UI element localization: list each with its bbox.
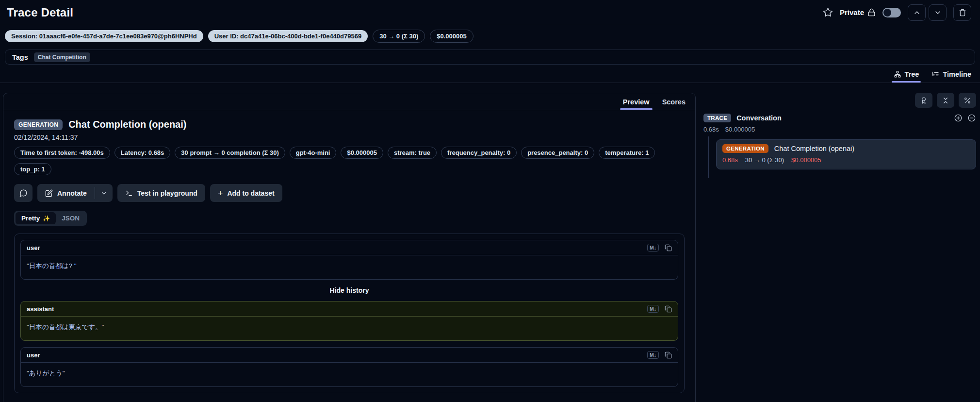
message-role: assistant bbox=[27, 305, 54, 313]
node-tokens: 30 → 0 (Σ 30) bbox=[745, 156, 784, 164]
add-to-dataset-button[interactable]: + Add to dataset bbox=[210, 184, 282, 202]
hide-history-button[interactable]: Hide history bbox=[20, 286, 678, 294]
annotate-split-button: Annotate bbox=[37, 184, 113, 202]
markdown-toggle-icon[interactable]: M↓ bbox=[647, 351, 659, 359]
format-toggle: Pretty ✨ JSON bbox=[14, 211, 87, 226]
collapse-node-icon[interactable] bbox=[967, 114, 976, 122]
toggle-scores-button[interactable] bbox=[915, 93, 932, 108]
message-assistant: assistant M↓ "日本の首都は東京です。" bbox=[20, 301, 678, 341]
trace-metrics: 0.68s $0.000005 bbox=[703, 126, 976, 133]
tags-label: Tags bbox=[12, 53, 28, 61]
edit-pencil-icon bbox=[45, 189, 53, 197]
next-trace-button[interactable] bbox=[929, 4, 947, 21]
visibility-status: Private bbox=[840, 8, 876, 17]
metric-pill: stream: true bbox=[388, 147, 437, 159]
generation-node-selected[interactable]: GENERATION Chat Completion (openai) 0.68… bbox=[716, 139, 976, 169]
metric-pills-row: Time to first token: -498.00s Latency: 0… bbox=[14, 147, 664, 175]
tab-scores[interactable]: Scores bbox=[662, 98, 686, 110]
metric-pill: 30 prompt → 0 completion (Σ 30) bbox=[175, 147, 285, 159]
lock-icon bbox=[867, 8, 876, 17]
generation-node-title: Chat Completion (openai) bbox=[774, 145, 854, 152]
toggle-knob bbox=[883, 9, 891, 17]
sparkles-icon: ✨ bbox=[43, 215, 50, 222]
timeline-list-icon bbox=[931, 70, 939, 78]
tree-indent-guide bbox=[708, 136, 709, 178]
metric-pill: top_p: 1 bbox=[14, 163, 51, 175]
trace-tree-panel: TRACE Conversation 0.68s $0.000005 GENER… bbox=[703, 93, 976, 386]
tab-json[interactable]: JSON bbox=[56, 212, 85, 224]
markdown-toggle-icon[interactable]: M↓ bbox=[647, 244, 659, 251]
observation-timestamp: 02/12/2024, 14:11:37 bbox=[14, 134, 685, 141]
metric-pill: $0.000005 bbox=[341, 147, 383, 159]
message-role: user bbox=[27, 352, 40, 359]
page-header: Trace Detail Private bbox=[0, 0, 980, 25]
annotate-dropdown-button[interactable] bbox=[95, 184, 113, 202]
delete-trace-button[interactable] bbox=[953, 4, 971, 21]
trace-type-badge: TRACE bbox=[703, 114, 731, 122]
trace-latency: 0.68s bbox=[703, 126, 719, 133]
bookmark-star-icon[interactable] bbox=[823, 7, 833, 17]
copy-icon[interactable] bbox=[665, 352, 672, 359]
terminal-icon bbox=[125, 189, 133, 197]
annotate-label: Annotate bbox=[57, 189, 87, 197]
private-label: Private bbox=[840, 8, 864, 17]
chevrons-collapse-icon bbox=[942, 97, 949, 104]
message-user-1: user M↓ "日本の首都は? " bbox=[20, 240, 678, 280]
input-messages-container: user M↓ "日本の首都は? " Hide history assistan… bbox=[14, 234, 685, 393]
annotate-button[interactable]: Annotate bbox=[37, 184, 95, 202]
metric-pill: frequency_penalty: 0 bbox=[441, 147, 517, 159]
metric-pill: presence_penalty: 0 bbox=[521, 147, 594, 159]
collapse-all-button[interactable] bbox=[937, 93, 954, 108]
cost-badge: $0.000005 bbox=[430, 30, 473, 43]
prev-trace-button[interactable] bbox=[908, 4, 926, 21]
page-title: Trace Detail bbox=[7, 6, 73, 19]
tree-children: GENERATION Chat Completion (openai) 0.68… bbox=[703, 139, 976, 169]
session-badge[interactable]: Session: 01aaacf6-e0fe-457d-a7de-7c1ee08… bbox=[5, 30, 203, 42]
tree-toolbar bbox=[703, 93, 976, 108]
tab-tree[interactable]: Tree bbox=[894, 70, 919, 83]
tab-preview[interactable]: Preview bbox=[623, 98, 650, 110]
chevron-down-icon bbox=[100, 190, 107, 197]
token-usage-badge: 30 → 0 (Σ 30) bbox=[373, 30, 425, 43]
chevron-down-icon bbox=[934, 9, 942, 17]
toggle-metrics-button[interactable] bbox=[959, 93, 976, 108]
metric-pill: gpt-4o-mini bbox=[290, 147, 337, 159]
user-id-badge[interactable]: User ID: dc47a41e-06bc-400d-bde1-f0e440d… bbox=[208, 30, 368, 42]
node-cost: $0.000005 bbox=[791, 156, 821, 164]
public-toggle[interactable] bbox=[882, 8, 901, 17]
preview-scores-tabs: Preview Scores bbox=[3, 93, 695, 110]
playground-label: Test in playground bbox=[137, 189, 197, 197]
copy-icon[interactable] bbox=[665, 305, 672, 313]
content-area: Preview Scores GENERATION Chat Completio… bbox=[0, 83, 980, 386]
message-content: "日本の首都は? " bbox=[21, 255, 678, 279]
markdown-toggle-icon[interactable]: M↓ bbox=[647, 305, 659, 313]
metric-pill: Latency: 0.68s bbox=[114, 147, 171, 159]
message-role: user bbox=[27, 244, 40, 251]
plus-icon: + bbox=[218, 189, 223, 198]
message-content: "ありがとう" bbox=[21, 363, 678, 386]
trace-root-row[interactable]: TRACE Conversation bbox=[703, 114, 976, 122]
observation-type-badge: GENERATION bbox=[14, 119, 63, 130]
view-mode-tabs: Tree Timeline bbox=[0, 65, 980, 83]
trash-icon bbox=[959, 9, 966, 17]
copy-icon[interactable] bbox=[665, 244, 672, 251]
test-in-playground-button[interactable]: Test in playground bbox=[117, 184, 205, 202]
metric-pill: temperature: 1 bbox=[599, 147, 655, 159]
tree-hierarchy-icon bbox=[894, 70, 901, 78]
metric-pill: Time to first token: -498.00s bbox=[14, 147, 110, 159]
percent-icon bbox=[964, 97, 971, 104]
comment-bubble-icon bbox=[19, 189, 28, 197]
tab-tree-label: Tree bbox=[905, 70, 919, 78]
trace-cost: $0.000005 bbox=[725, 126, 755, 133]
tag-chip[interactable]: Chat Competition bbox=[34, 52, 90, 62]
generation-type-badge: GENERATION bbox=[722, 144, 768, 153]
expand-all-icon[interactable] bbox=[954, 114, 963, 122]
message-user-2: user M↓ "ありがとう" bbox=[20, 347, 678, 387]
tab-timeline[interactable]: Timeline bbox=[931, 70, 971, 83]
comments-button[interactable] bbox=[14, 184, 33, 202]
tab-timeline-label: Timeline bbox=[943, 70, 971, 78]
award-icon bbox=[920, 97, 928, 104]
tab-pretty[interactable]: Pretty ✨ bbox=[16, 212, 56, 224]
tags-bar: Tags Chat Competition bbox=[5, 50, 975, 65]
node-latency: 0.68s bbox=[722, 156, 738, 164]
